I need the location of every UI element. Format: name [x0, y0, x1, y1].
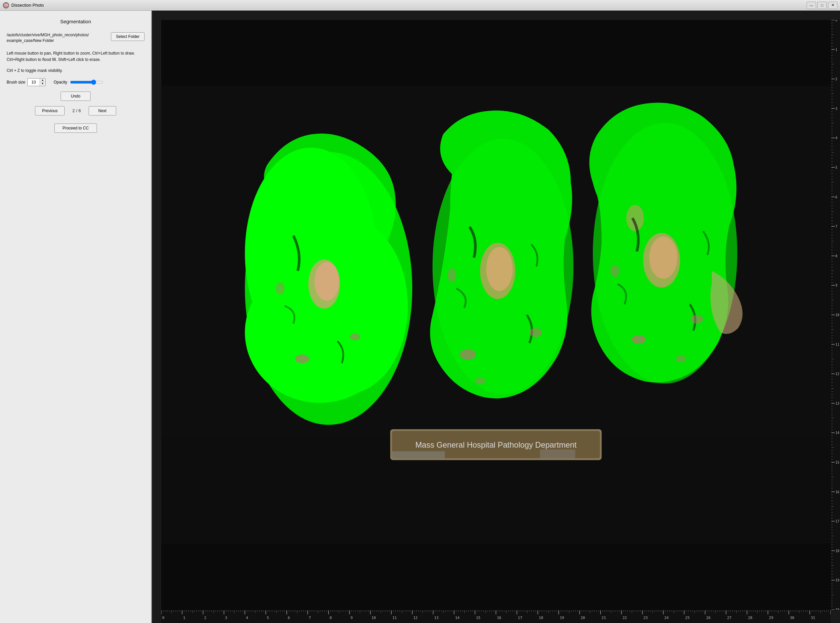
svg-text:8: 8: [835, 254, 837, 258]
svg-text:12: 12: [413, 616, 418, 620]
svg-text:31: 31: [811, 616, 815, 620]
svg-text:18: 18: [835, 549, 839, 553]
spinbox-up-button[interactable]: ▲: [40, 78, 45, 82]
minimize-button[interactable]: —: [807, 2, 816, 9]
svg-text:11: 11: [835, 343, 839, 347]
folder-path: /autofs/cluster/vive/MGH_photo_recon/pho…: [7, 32, 107, 44]
nav-counter: 2 / 6: [70, 108, 83, 113]
svg-text:🧠: 🧠: [4, 3, 9, 8]
svg-text:26: 26: [706, 616, 711, 620]
brush-size-group: Brush size 10 ▲ ▼: [7, 78, 46, 86]
svg-text:17: 17: [518, 616, 522, 620]
svg-text:22: 22: [623, 616, 627, 620]
left-panel: Segmentation /autofs/cluster/vive/MGH_ph…: [0, 11, 152, 623]
svg-text:3: 3: [225, 616, 227, 620]
select-folder-button[interactable]: Select Folder: [111, 32, 145, 41]
maximize-button[interactable]: □: [817, 2, 827, 9]
opacity-group: Opacity: [54, 80, 103, 85]
image-canvas[interactable]: Mass General Hospital Pathology Departme…: [161, 20, 831, 610]
next-button[interactable]: Next: [89, 106, 116, 115]
svg-point-26: [611, 265, 619, 277]
svg-text:18: 18: [539, 616, 543, 620]
svg-point-9: [314, 262, 339, 301]
svg-rect-31: [392, 451, 445, 458]
svg-text:4: 4: [246, 616, 248, 620]
title-bar-left: 🧠 Dissection Photo: [3, 2, 44, 9]
main-container: Segmentation /autofs/cluster/vive/MGH_ph…: [0, 11, 840, 623]
undo-button[interactable]: Undo: [61, 92, 91, 101]
svg-text:1: 1: [835, 48, 837, 52]
ruler-right: 01234567891011121314151617181920: [831, 20, 840, 610]
svg-point-12: [276, 282, 285, 295]
svg-text:21: 21: [602, 616, 606, 620]
svg-text:14: 14: [455, 616, 460, 620]
svg-point-15: [486, 247, 512, 291]
svg-point-10: [295, 354, 309, 363]
svg-point-25: [691, 315, 703, 324]
svg-text:2: 2: [204, 616, 206, 620]
ruler-bottom: 0123456789101112131415161718192021222324…: [161, 610, 831, 623]
brush-size-spinbox[interactable]: 10 ▲ ▼: [27, 78, 46, 86]
svg-text:8: 8: [330, 616, 332, 620]
svg-text:16: 16: [835, 490, 839, 494]
app-icon: 🧠: [3, 2, 9, 9]
svg-text:0: 0: [835, 20, 837, 22]
hint-text: Ctrl + Z to toggle mask visibility.: [7, 68, 145, 73]
svg-text:6: 6: [288, 616, 290, 620]
svg-text:12: 12: [835, 372, 839, 376]
svg-text:10: 10: [835, 313, 839, 317]
title-bar-controls: — □ ✕: [807, 2, 837, 9]
ruler-right-svg: 01234567891011121314151617181920: [831, 20, 840, 610]
panel-title: Segmentation: [7, 18, 145, 24]
right-panel[interactable]: Mass General Hospital Pathology Departme…: [152, 11, 840, 623]
svg-text:11: 11: [392, 616, 397, 620]
svg-text:25: 25: [685, 616, 689, 620]
proceed-row: Proceed to CC: [7, 123, 145, 133]
svg-text:5: 5: [267, 616, 269, 620]
svg-text:15: 15: [476, 616, 480, 620]
svg-text:24: 24: [665, 616, 669, 620]
svg-text:13: 13: [835, 402, 839, 405]
svg-text:20: 20: [835, 608, 839, 610]
svg-point-17: [529, 328, 542, 337]
svg-text:29: 29: [769, 616, 773, 620]
close-button[interactable]: ✕: [828, 2, 837, 9]
svg-text:10: 10: [371, 616, 376, 620]
svg-text:16: 16: [497, 616, 501, 620]
svg-text:1: 1: [183, 616, 186, 620]
folder-row: /autofs/cluster/vive/MGH_photo_recon/pho…: [7, 32, 145, 44]
ruler-bottom-svg: 0123456789101112131415161718192021222324…: [161, 610, 831, 623]
nav-row: Previous 2 / 6 Next: [7, 106, 145, 115]
svg-point-11: [350, 333, 360, 341]
svg-text:20: 20: [580, 616, 585, 620]
svg-text:19: 19: [835, 578, 839, 582]
previous-button[interactable]: Previous: [35, 106, 65, 115]
svg-text:28: 28: [748, 616, 752, 620]
opacity-slider[interactable]: [70, 80, 103, 85]
svg-text:6: 6: [835, 195, 837, 199]
brush-size-input[interactable]: 10: [28, 79, 40, 85]
opacity-label: Opacity: [54, 80, 67, 84]
window-title: Dissection Photo: [11, 3, 44, 8]
svg-point-24: [631, 335, 646, 344]
spinbox-down-button[interactable]: ▼: [40, 82, 45, 86]
svg-text:Mass General Hospital Patholog: Mass General Hospital Pathology Departme…: [415, 440, 577, 449]
spinbox-arrows: ▲ ▼: [40, 78, 45, 86]
svg-text:9: 9: [835, 284, 837, 287]
svg-text:2: 2: [835, 77, 837, 81]
svg-point-22: [649, 236, 677, 279]
svg-text:7: 7: [835, 225, 837, 228]
svg-point-27: [676, 355, 686, 362]
svg-text:19: 19: [560, 616, 564, 620]
svg-text:7: 7: [309, 616, 311, 620]
svg-point-19: [448, 268, 456, 282]
svg-text:30: 30: [790, 616, 794, 620]
proceed-button[interactable]: Proceed to CC: [54, 123, 97, 133]
svg-point-18: [475, 377, 486, 384]
svg-text:27: 27: [727, 616, 731, 620]
svg-text:13: 13: [434, 616, 438, 620]
brush-size-label: Brush size: [7, 80, 25, 84]
svg-rect-32: [540, 450, 575, 458]
svg-text:15: 15: [835, 460, 839, 464]
svg-text:9: 9: [351, 616, 353, 620]
